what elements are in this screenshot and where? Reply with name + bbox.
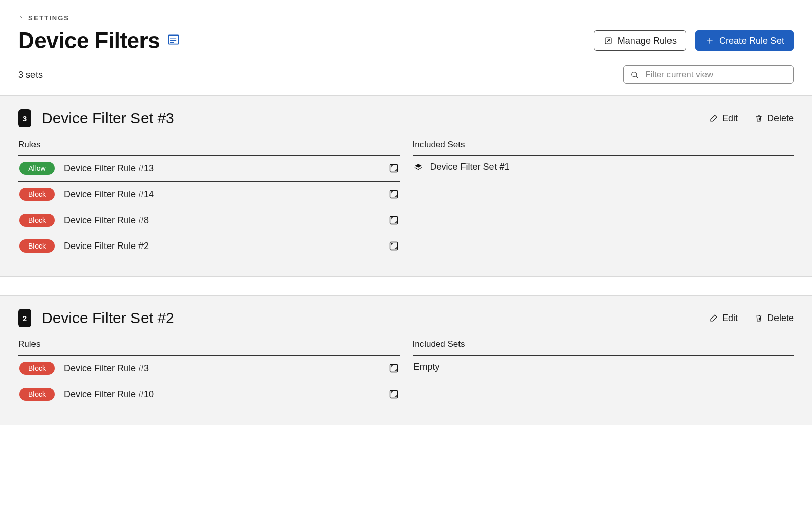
rule-row[interactable]: Block Device Filter Rule #3	[18, 356, 400, 381]
manage-rules-button[interactable]: Manage Rules	[594, 30, 686, 51]
expand-button[interactable]	[389, 163, 399, 173]
trash-icon	[754, 313, 763, 323]
expand-icon	[389, 241, 399, 251]
plus-icon	[705, 36, 714, 45]
rule-label: Device Filter Rule #10	[64, 389, 379, 400]
filter-set: 3 Device Filter Set #3 Edit Delete Rules…	[0, 95, 812, 277]
rule-label: Device Filter Rule #14	[64, 189, 379, 200]
rule-row[interactable]: Block Device Filter Rule #14	[18, 182, 400, 207]
delete-label: Delete	[767, 113, 794, 124]
edit-button[interactable]: Edit	[709, 113, 738, 124]
search-icon	[630, 70, 639, 79]
included-sets-header: Included Sets	[413, 139, 794, 156]
filter-set: 2 Device Filter Set #2 Edit Delete Rules…	[0, 295, 812, 425]
rule-row[interactable]: Block Device Filter Rule #8	[18, 207, 400, 233]
rule-label: Device Filter Rule #3	[64, 363, 379, 374]
breadcrumb-label: Settings	[28, 14, 69, 22]
included-sets-empty: Empty	[413, 356, 794, 372]
expand-button[interactable]	[389, 189, 399, 199]
expand-icon	[389, 215, 399, 225]
included-set-label: Device Filter Set #1	[430, 162, 793, 172]
allow-badge: Allow	[19, 162, 55, 175]
trash-icon	[754, 114, 763, 123]
expand-icon	[389, 163, 399, 173]
rule-label: Device Filter Rule #13	[64, 163, 379, 174]
expand-icon	[389, 363, 399, 373]
page-title: Device Filters	[18, 28, 160, 53]
rules-header: Rules	[18, 339, 400, 356]
expand-button[interactable]	[389, 389, 399, 399]
block-badge: Block	[19, 362, 55, 375]
expand-button[interactable]	[389, 363, 399, 373]
list-view-icon[interactable]	[167, 33, 180, 48]
expand-icon	[389, 189, 399, 199]
create-rule-set-button[interactable]: Create Rule Set	[695, 30, 794, 51]
set-order-badge: 3	[18, 109, 31, 127]
set-order-badge: 2	[18, 309, 31, 327]
edit-icon	[709, 313, 718, 323]
breadcrumb[interactable]: Settings	[18, 14, 794, 22]
edit-icon	[709, 114, 718, 123]
layers-icon	[414, 163, 423, 172]
rule-row[interactable]: Allow Device Filter Rule #13	[18, 156, 400, 182]
manage-rules-label: Manage Rules	[618, 36, 677, 45]
delete-button[interactable]: Delete	[754, 113, 794, 124]
set-title: Device Filter Set #3	[42, 110, 174, 127]
svg-line-8	[636, 76, 638, 78]
expand-button[interactable]	[389, 215, 399, 225]
edit-button[interactable]: Edit	[709, 313, 738, 324]
set-count: 3 sets	[18, 69, 43, 80]
set-title: Device Filter Set #2	[42, 309, 174, 327]
rules-header: Rules	[18, 139, 400, 156]
block-badge: Block	[19, 239, 55, 253]
block-badge: Block	[19, 388, 55, 401]
edit-label: Edit	[722, 313, 738, 324]
rule-label: Device Filter Rule #2	[64, 241, 379, 252]
block-badge: Block	[19, 188, 55, 201]
included-sets-header: Included Sets	[413, 339, 794, 356]
rule-row[interactable]: Block Device Filter Rule #10	[18, 381, 400, 407]
delete-label: Delete	[767, 313, 794, 324]
chevron-right-icon	[18, 15, 24, 21]
search-input-wrap[interactable]	[623, 65, 794, 84]
create-rule-set-label: Create Rule Set	[719, 36, 784, 45]
edit-label: Edit	[722, 113, 738, 124]
delete-button[interactable]: Delete	[754, 313, 794, 324]
rule-row[interactable]: Block Device Filter Rule #2	[18, 233, 400, 259]
external-link-icon	[604, 36, 613, 45]
block-badge: Block	[19, 214, 55, 227]
expand-button[interactable]	[389, 241, 399, 251]
expand-icon	[389, 389, 399, 399]
included-set-row[interactable]: Device Filter Set #1	[413, 156, 794, 179]
search-input[interactable]	[644, 69, 787, 80]
rule-label: Device Filter Rule #8	[64, 215, 379, 226]
